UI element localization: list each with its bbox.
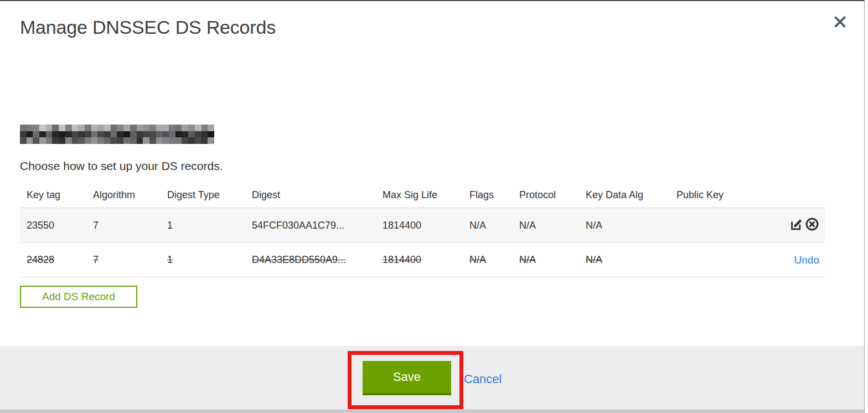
table-header-row: Key tag Algorithm Digest Type Digest Max… [20,183,825,208]
column-header-key-tag: Key tag [27,189,93,201]
undo-link[interactable]: Undo [794,254,819,266]
row-actions [789,217,819,234]
cell-key-tag: 23550 [27,220,93,231]
cell-flags: N/A [469,254,519,266]
column-header-key-data-alg: Key Data Alg [586,189,676,201]
cancel-link[interactable]: Cancel [464,372,502,386]
cell-algorithm: 7 [93,254,167,266]
cell-digest-type: 1 [167,254,252,266]
page-title: Manage DNSSEC DS Records [20,17,276,38]
row-actions: Undo [794,254,819,266]
cell-max-sig-life: 1814400 [383,220,469,231]
cell-algorithm: 7 [93,220,167,231]
cell-flags: N/A [469,220,519,231]
column-header-public-key: Public Key [676,189,743,201]
cell-protocol: N/A [519,220,586,231]
instruction-text: Choose how to set up your DS records. [20,159,223,173]
column-header-flags: Flags [469,189,519,201]
cell-key-data-alg: N/A [586,220,676,231]
column-header-protocol: Protocol [519,189,586,201]
modal-window: Manage DNSSEC DS Records Choose how to s… [0,0,865,413]
table-row: 23550 7 1 54FCF030AA1C79... 1814400 N/A … [20,208,825,242]
column-header-algorithm: Algorithm [93,189,167,201]
ds-records-table: Key tag Algorithm Digest Type Digest Max… [20,183,825,277]
circle-x-icon [805,217,819,234]
close-button[interactable] [830,13,849,32]
redacted-domain-name [20,125,214,144]
delete-record-button[interactable] [805,217,819,234]
column-header-max-sig-life: Max Sig Life [383,189,469,201]
close-icon [833,14,848,32]
window-bottom-edge [0,409,864,413]
edit-icon [789,217,804,234]
edit-record-button[interactable] [789,217,804,234]
column-header-digest-type: Digest Type [167,189,252,201]
cell-digest-type: 1 [167,220,252,231]
cell-key-tag: 24828 [27,254,93,266]
cell-protocol: N/A [519,254,586,266]
cell-max-sig-life: 1814400 [383,254,469,266]
cell-digest: 54FCF030AA1C79... [252,220,383,231]
cell-key-data-alg: N/A [586,254,676,266]
cell-digest: D4A33E8DD550A9... [252,254,383,266]
add-ds-record-button[interactable]: Add DS Record [20,286,137,308]
column-header-digest: Digest [252,189,383,201]
save-button[interactable]: Save [363,361,451,395]
table-row-deleted: 24828 7 1 D4A33E8DD550A9... 1814400 N/A … [20,242,825,277]
